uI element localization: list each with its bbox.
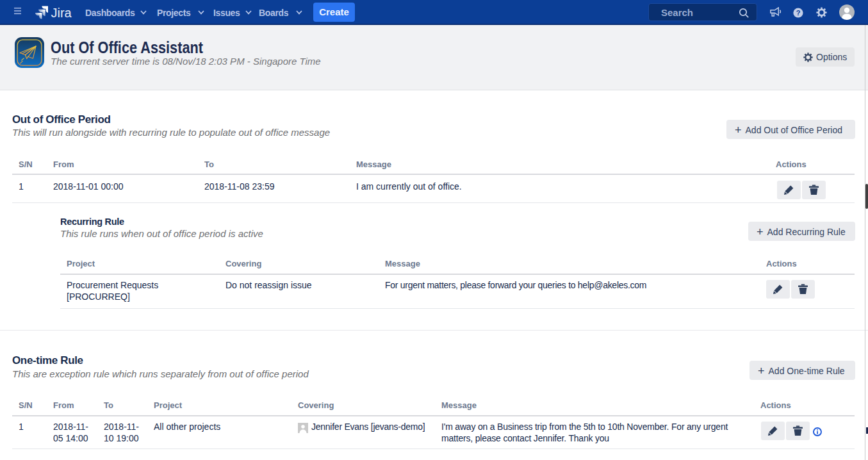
svg-text:?: ? (796, 9, 801, 17)
svg-text:Jira: Jira (51, 6, 72, 20)
